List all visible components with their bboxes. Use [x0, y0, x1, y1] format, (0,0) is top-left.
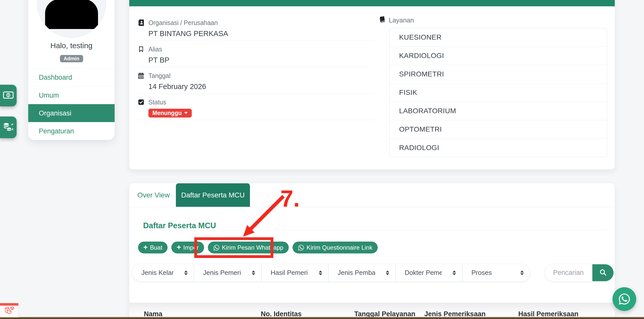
address-book-icon: [137, 19, 145, 26]
greeting-text: Halo, testing: [28, 41, 115, 50]
rail-banknote-button[interactable]: 1: [0, 85, 17, 106]
field-label: Status: [148, 99, 166, 106]
divider: [137, 230, 607, 230]
sort-arrows-icon: [386, 270, 389, 275]
tab-daftar-peserta-mcu[interactable]: Daftar Peserta MCU: [176, 183, 250, 207]
field-label: Organisasi / Perusahaan: [148, 19, 218, 26]
rail-coins-sync-button[interactable]: [0, 117, 17, 138]
field-value: PT BP: [148, 56, 375, 64]
field-label: Alias: [148, 46, 162, 53]
whatsapp-icon: [298, 244, 304, 251]
search-input[interactable]: [545, 264, 592, 281]
organization-fields: Organisasi / Perusahaan PT BINTANG PERKA…: [137, 14, 375, 120]
layanan-item[interactable]: SPIROMETRI: [390, 65, 607, 83]
layanan-item[interactable]: OPTOMETRI: [390, 120, 607, 138]
svg-text:1: 1: [8, 93, 9, 97]
card-header-bar: [129, 0, 615, 6]
filter-hasil-pemeriksaan[interactable]: Hasil Pemeriksaa: [262, 264, 329, 281]
chevron-down-icon: [184, 112, 188, 114]
app-root: 1 Halo, testing Admin Dashboard Umum Or: [0, 0, 644, 319]
whatsapp-icon: [618, 293, 631, 305]
check-square-icon: [137, 99, 145, 105]
laravel-debugbar-button[interactable]: [0, 306, 19, 317]
book-icon: [379, 16, 385, 24]
impor-button[interactable]: + Impor: [171, 242, 204, 253]
field-tanggal: Tanggal 14 February 2026: [137, 67, 375, 94]
sort-arrows-icon: [453, 270, 456, 275]
filter-jenis-pemeriksaan[interactable]: Jenis Pemeriksaa: [194, 264, 262, 281]
coins-sync-icon: [3, 122, 14, 132]
filter-bar: Jenis Kelamin Jenis Pemeriksaa Hasil Pem…: [132, 264, 530, 281]
layanan-item[interactable]: KUESIONER: [390, 28, 607, 46]
layanan-header: Layanan: [379, 16, 414, 24]
field-value: PT BINTANG PERKASA: [148, 29, 375, 38]
filter-proses[interactable]: Proses: [462, 264, 530, 281]
layanan-label: Layanan: [389, 16, 414, 24]
field-alias: Alias PT BP: [137, 41, 375, 67]
calendar-icon: [137, 72, 145, 79]
sort-arrows-icon: [184, 270, 188, 275]
impor-button-label: Impor: [183, 244, 199, 251]
sort-arrows-icon: [252, 270, 255, 275]
search-button[interactable]: [592, 264, 614, 281]
laravel-icon: [4, 306, 14, 316]
buat-button-label: Buat: [150, 244, 162, 251]
tab-over-view[interactable]: Over View: [132, 183, 175, 207]
avatar: [37, 0, 106, 38]
search-icon: [599, 269, 607, 277]
kirim-pesan-whatsapp-label: Kirim Pesan Whatsapp: [222, 244, 283, 251]
sidebar-item-organisasi[interactable]: Organisasi: [28, 104, 115, 122]
buat-button[interactable]: + Buat: [138, 242, 168, 253]
action-buttons: + Buat + Impor Kirim Pesan Whatsapp Kiri…: [138, 242, 378, 253]
status-badge-label: Menunggu: [152, 110, 182, 117]
sort-arrows-icon: [319, 270, 322, 275]
kirim-questionnaire-link-label: Kirim Questionnaire Link: [307, 244, 372, 251]
kirim-questionnaire-link-button[interactable]: Kirim Questionnaire Link: [293, 242, 378, 253]
layanan-item[interactable]: RADIOLOGI: [390, 138, 607, 157]
profile-sidebar: Halo, testing Admin Dashboard Umum Organ…: [28, 0, 115, 140]
whatsapp-float-button[interactable]: [613, 287, 636, 311]
kirim-pesan-whatsapp-button[interactable]: Kirim Pesan Whatsapp: [208, 242, 289, 253]
plus-icon: +: [177, 244, 181, 251]
sidebar-item-umum[interactable]: Umum: [28, 86, 115, 104]
bookmark-icon: [137, 46, 145, 53]
role-badge: Admin: [60, 55, 83, 62]
organization-detail-card: Organisasi / Perusahaan PT BINTANG PERKA…: [129, 0, 615, 169]
filter-jenis-kelamin[interactable]: Jenis Kelamin: [132, 264, 194, 281]
banknote-icon: 1: [3, 91, 14, 100]
layanan-item[interactable]: LABORATORIUM: [390, 102, 607, 120]
field-label: Tanggal: [148, 72, 171, 79]
status-dropdown-button[interactable]: Menunggu: [148, 109, 192, 118]
sidebar-menu: Dashboard Umum Organisasi Pengaturan: [28, 68, 115, 140]
mcu-card: Over View Daftar Peserta MCU Daftar Pese…: [129, 183, 615, 317]
sort-arrows-icon: [520, 270, 524, 275]
debugbar-top-bar: [0, 303, 18, 306]
whatsapp-icon: [213, 244, 220, 251]
filter-jenis-pembayaran[interactable]: Jenis Pembayara: [329, 264, 396, 281]
sidebar-item-pengaturan[interactable]: Pengaturan: [28, 122, 115, 140]
plus-icon: +: [143, 244, 148, 251]
layanan-item[interactable]: KARDIOLOGI: [390, 46, 607, 65]
sidebar-item-dashboard[interactable]: Dashboard: [28, 68, 115, 86]
window-bottom-edge: [0, 317, 644, 319]
layanan-list: KUESIONER KARDIOLOGI SPIROMETRI FISIK LA…: [389, 28, 607, 157]
field-status: Status Menunggu: [137, 94, 375, 120]
annotation-step-number: 7.: [280, 187, 300, 210]
layanan-item[interactable]: FISIK: [390, 83, 607, 102]
filter-dokter-pemeriksa[interactable]: Dokter Pemeriks: [396, 264, 462, 281]
field-value: 14 February 2026: [148, 82, 375, 91]
field-organisasi: Organisasi / Perusahaan PT BINTANG PERKA…: [137, 14, 375, 41]
page-title: Daftar Peserta MCU: [143, 221, 216, 230]
search-box: [545, 264, 614, 281]
